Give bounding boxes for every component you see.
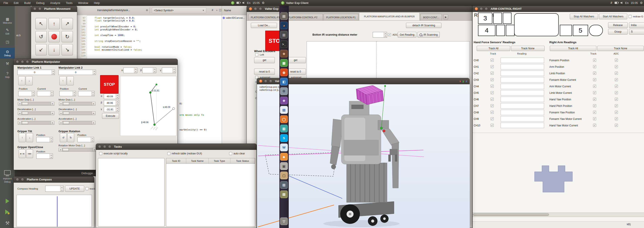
track-checkbox[interactable] bbox=[490, 72, 494, 75]
slider-handle[interactable] bbox=[63, 112, 69, 115]
manipulator-stop-button[interactable]: STOP bbox=[100, 75, 118, 94]
volume-icon[interactable] bbox=[242, 2, 245, 4]
track-checkbox[interactable] bbox=[593, 111, 596, 114]
kit-selector[interactable]: explcient Debug bbox=[0, 170, 15, 184]
spin-down-icon[interactable]: ▼ bbox=[50, 156, 53, 158]
spin-up-icon[interactable]: ▲ bbox=[153, 68, 156, 70]
task-script-list[interactable] bbox=[98, 158, 164, 227]
track-checkbox[interactable] bbox=[593, 72, 596, 75]
slider-handle[interactable] bbox=[22, 112, 28, 115]
launcher-app-teal[interactable]: ▥ bbox=[280, 125, 288, 132]
track-checkbox[interactable] bbox=[490, 91, 494, 94]
spin-up-icon[interactable]: ▲ bbox=[116, 100, 119, 103]
track-checkbox[interactable] bbox=[593, 98, 596, 101]
adc-checkbox[interactable] bbox=[615, 72, 618, 75]
slider-handle[interactable] bbox=[63, 121, 69, 124]
scrollbar-handle[interactable] bbox=[473, 213, 549, 216]
force-track-none-button[interactable]: Track None bbox=[511, 46, 544, 51]
compass-heading-spinbox[interactable]: ▲▼ bbox=[45, 186, 64, 192]
minimize-icon[interactable] bbox=[254, 7, 257, 10]
execute-button[interactable]: Execute bbox=[102, 113, 119, 119]
sync-indicator-icon[interactable]: ✓ bbox=[231, 1, 234, 4]
slider-right-arrow-icon[interactable]: ▸ bbox=[51, 102, 54, 105]
spin-up-icon[interactable]: ▲ bbox=[60, 186, 63, 189]
launcher-app-dark[interactable]: ▦ bbox=[280, 31, 288, 39]
3d-viewport[interactable]: valterGroup.pos [x... valterGroup.rot [x… bbox=[257, 84, 470, 228]
mode-welcome[interactable]: ▦Welcome bbox=[0, 15, 15, 26]
clock[interactable]: 15:05 bbox=[252, 1, 260, 4]
angle-input-spinbox[interactable]: ▲▼ bbox=[123, 68, 137, 73]
slider-handle[interactable] bbox=[22, 121, 28, 124]
track-checkbox[interactable] bbox=[490, 98, 494, 101]
position-spinbox[interactable]: ▲▼ bbox=[60, 91, 76, 96]
slider-right-arrow-icon[interactable]: ▸ bbox=[92, 102, 95, 105]
track-checkbox[interactable] bbox=[593, 59, 596, 62]
track-checkbox[interactable] bbox=[593, 85, 596, 88]
angle-value-spinbox[interactable]: 49.09▲▼ bbox=[104, 94, 119, 99]
slider-handle[interactable] bbox=[63, 102, 69, 105]
link-down-button[interactable]: ↓ bbox=[67, 76, 74, 85]
task-option-checkbox[interactable] bbox=[167, 152, 170, 155]
slider-left-arrow-icon[interactable]: ◂ bbox=[18, 112, 21, 115]
link-up-button[interactable]: ↑ bbox=[60, 76, 66, 85]
close-icon[interactable] bbox=[16, 178, 19, 181]
track-checkbox[interactable] bbox=[593, 104, 596, 107]
adc-checkbox[interactable] bbox=[615, 104, 618, 107]
adc-checkbox[interactable] bbox=[388, 33, 391, 36]
battery-icon[interactable] bbox=[615, 2, 618, 4]
spin-up-icon[interactable]: ▲ bbox=[91, 137, 94, 140]
menu-window[interactable]: Window bbox=[78, 1, 88, 4]
window-titlebar[interactable]: Valt... x y z bbox=[257, 78, 469, 84]
minimize-icon[interactable] bbox=[480, 7, 483, 10]
launcher-firefox[interactable]: ◕ bbox=[280, 21, 288, 29]
adc-checkbox[interactable] bbox=[615, 65, 618, 68]
minimize-icon[interactable] bbox=[38, 7, 42, 10]
spin-up-icon[interactable]: ▲ bbox=[93, 70, 96, 72]
slider-left-arrow-icon[interactable]: ◂ bbox=[59, 102, 62, 105]
s-button[interactable]: S bbox=[629, 29, 644, 34]
clock[interactable]: 15:05 bbox=[631, 1, 638, 4]
spin-down-icon[interactable]: ▼ bbox=[50, 140, 53, 142]
launcher-terminal[interactable]: >_ bbox=[280, 40, 288, 48]
redraw-checkbox[interactable] bbox=[628, 15, 632, 18]
window-titlebar[interactable]: Platform Compass bbox=[14, 177, 94, 183]
horizontal-scrollbar[interactable] bbox=[472, 213, 644, 217]
slider-right-arrow-icon[interactable]: ▸ bbox=[51, 112, 54, 115]
movement-move-forward-button[interactable]: ↑ bbox=[48, 18, 60, 29]
mode-edit[interactable]: ✎Edit bbox=[0, 26, 15, 37]
track-checkbox[interactable] bbox=[593, 124, 596, 127]
track-checkbox[interactable] bbox=[490, 65, 494, 68]
adc-checkbox[interactable] bbox=[615, 98, 618, 101]
build-button[interactable]: ⚒ bbox=[0, 219, 15, 228]
session-gear-icon[interactable]: ⚙ bbox=[640, 1, 643, 4]
gripper-rotate-cw-button[interactable]: ↻ bbox=[67, 133, 74, 142]
tasks-table[interactable]: Task IDTask NameTask TypeTask Status bbox=[166, 158, 255, 227]
launcher-app-tan[interactable]: ▢ bbox=[280, 172, 288, 179]
current-spinbox[interactable]: ▲▼ bbox=[37, 91, 54, 96]
gripper-tilt-position-spinbox[interactable]: ▲▼ bbox=[36, 137, 53, 142]
minimize-icon[interactable] bbox=[264, 80, 268, 83]
close-icon[interactable] bbox=[33, 7, 36, 10]
launcher-app-purple[interactable]: ◆ bbox=[280, 97, 288, 105]
track-checkbox[interactable] bbox=[490, 78, 494, 81]
mode-projects[interactable]: ⚒ bbox=[0, 59, 15, 70]
menu-debug[interactable]: Debug bbox=[36, 1, 44, 4]
gripper-rotation-position-spinbox[interactable]: ▲▼ bbox=[78, 137, 94, 142]
readings-track-none-button[interactable]: Track None bbox=[597, 46, 644, 51]
load-defaults-button[interactable]: Load De... bbox=[251, 23, 277, 28]
spin-down-icon[interactable]: ▼ bbox=[73, 94, 76, 96]
gripper-open-position-spinbox[interactable]: ▲▼ bbox=[36, 153, 53, 159]
spin-up-icon[interactable]: ▲ bbox=[92, 91, 94, 94]
close-icon[interactable] bbox=[16, 60, 19, 63]
editor-open-file-tab[interactable]: translateplatformtwistytask... bbox=[97, 9, 130, 12]
menu-edit[interactable]: Edit bbox=[14, 1, 18, 4]
launcher-libreoffice-writer[interactable]: ▤ bbox=[280, 106, 288, 114]
tab-platform-control-p1[interactable]: PLATFORM-CONTROL-P1 bbox=[248, 14, 282, 20]
movement-rotate-right-button[interactable]: ↻ bbox=[62, 31, 73, 42]
spin-up-icon[interactable]: ▲ bbox=[73, 91, 76, 94]
spin-down-icon[interactable]: ▼ bbox=[93, 72, 96, 75]
spin-up-icon[interactable]: ▲ bbox=[116, 107, 119, 110]
spin-down-icon[interactable]: ▼ bbox=[52, 72, 54, 75]
window-titlebar[interactable]: ARM-CONTROL-RIGHT bbox=[472, 6, 644, 12]
stop-all-watchers-button[interactable]: Stop All Watchers bbox=[570, 14, 598, 19]
